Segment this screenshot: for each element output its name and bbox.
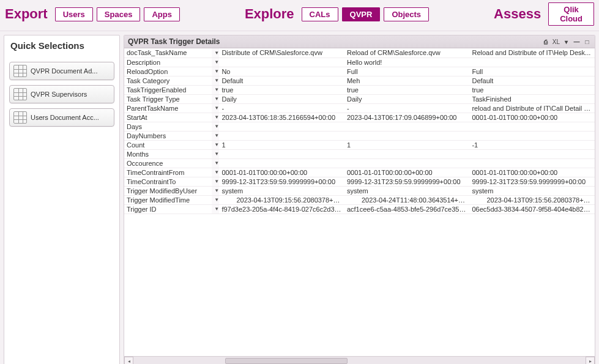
objects-button[interactable]: Objects [384, 7, 429, 21]
cell[interactable] [469, 158, 595, 168]
scroll-thumb[interactable] [225, 358, 348, 364]
cell[interactable]: 0001-01-01T00:00:00+00:00 [344, 168, 470, 177]
dropdown-icon[interactable]: ▾ [562, 38, 570, 46]
panel-title: QVPR Task Trigger Details [128, 37, 220, 46]
cell[interactable] [219, 58, 344, 67]
cell[interactable]: system [219, 186, 344, 195]
cell[interactable]: Distribute of CRM\Salesforce.qvw [219, 48, 344, 58]
cell[interactable] [219, 149, 344, 158]
cell[interactable] [469, 149, 595, 158]
cell[interactable]: 2023-04-13T09:15:56.2080378+00:00 [219, 195, 344, 204]
cell[interactable]: reload and Distribute of IT\Call Detail … [469, 103, 595, 113]
cell[interactable]: 0001-01-01T00:00:00+00:00 [469, 113, 595, 122]
cell[interactable]: 1 [344, 140, 470, 149]
cell[interactable]: Default [469, 76, 595, 85]
cell[interactable]: 0001-01-01T00:00:00+00:00 [219, 168, 344, 177]
row-dropdown-icon[interactable]: ▼ [212, 149, 219, 158]
row-label: TimeContraintTo [124, 177, 212, 186]
row-dropdown-icon[interactable]: ▼ [212, 94, 219, 103]
row-dropdown-icon[interactable]: ▼ [212, 204, 219, 214]
cell[interactable] [344, 149, 470, 158]
minimize-icon[interactable]: — [573, 38, 581, 46]
cell[interactable] [344, 131, 470, 140]
row-dropdown-icon[interactable]: ▼ [212, 131, 219, 140]
cell[interactable] [469, 58, 595, 67]
cell[interactable] [344, 122, 470, 131]
cell[interactable]: 2023-04-24T11:48:00.3643514+00:00 [344, 195, 470, 204]
apps-button[interactable]: Apps [144, 7, 180, 21]
cell[interactable]: 1 [219, 140, 344, 149]
topbar: Export Users Spaces Apps Explore CALs QV… [0, 0, 599, 31]
cell[interactable]: Full [344, 67, 470, 76]
cell[interactable]: acf1cee6-c5aa-4853-bfe5-296d7ce35cd6 [344, 204, 470, 214]
print-icon[interactable]: ⎙ [542, 38, 550, 46]
cell[interactable]: 06ec5dd3-3834-4507-9f58-404e4b8298fc [469, 204, 595, 214]
cell[interactable]: true [469, 85, 595, 94]
cell[interactable]: - [344, 103, 470, 113]
cell[interactable]: f97d3e23-205a-4f4c-8419-027c6c2d3cae [219, 204, 344, 214]
cell[interactable]: No [219, 67, 344, 76]
qlik-cloud-button[interactable]: Qlik Cloud [548, 2, 594, 26]
cell[interactable]: 9999-12-31T23:59:59.9999999+00:00 [344, 177, 470, 186]
row-dropdown-icon[interactable]: ▼ [212, 76, 219, 85]
cell[interactable]: Meh [344, 76, 470, 85]
cell[interactable]: Reload of CRM\Salesforce.qvw [344, 48, 470, 58]
cell[interactable]: 2023-04-13T06:17:09.046899+00:00 [344, 113, 470, 122]
cell[interactable]: true [219, 85, 344, 94]
row-dropdown-icon[interactable]: ▼ [212, 67, 219, 76]
cell[interactable]: -1 [469, 140, 595, 149]
cell[interactable]: 9999-12-31T23:59:59.9999999+00:00 [469, 177, 595, 186]
cell[interactable]: 2023-04-13T06:18:35.2166594+00:00 [219, 113, 344, 122]
qvpr-button[interactable]: QVPR [342, 7, 381, 21]
cell[interactable]: Default [219, 76, 344, 85]
row-dropdown-icon[interactable]: ▼ [212, 122, 219, 131]
users-button[interactable]: Users [55, 7, 93, 21]
row-dropdown-icon[interactable]: ▼ [212, 177, 219, 186]
row-dropdown-icon[interactable]: ▼ [212, 103, 219, 113]
cell[interactable] [469, 131, 595, 140]
content-panel: QVPR Task Trigger Details ⎙ XL ▾ — □ doc… [124, 35, 595, 364]
row-dropdown-icon[interactable]: ▼ [212, 186, 219, 195]
cell[interactable]: - [219, 103, 344, 113]
row-dropdown-icon[interactable]: ▼ [212, 195, 219, 204]
row-dropdown-icon[interactable]: ▼ [212, 48, 219, 58]
row-dropdown-icon[interactable]: ▼ [212, 158, 219, 168]
quick-selection-users-document-access[interactable]: Users Document Acc... [9, 108, 114, 127]
cell[interactable] [219, 131, 344, 140]
horizontal-scrollbar[interactable]: ◂ ▸ [124, 356, 595, 364]
cell[interactable]: TaskFinished [469, 94, 595, 103]
cals-button[interactable]: CALs [302, 7, 338, 21]
row-label: TimeContraintFrom [124, 168, 212, 177]
row-dropdown-icon[interactable]: ▼ [212, 58, 219, 67]
scroll-right-icon[interactable]: ▸ [586, 357, 595, 365]
cell[interactable]: system [469, 186, 595, 195]
cell[interactable] [469, 122, 595, 131]
maximize-icon[interactable]: □ [583, 38, 591, 46]
cell[interactable]: Daily [344, 94, 470, 103]
cell[interactable]: 9999-12-31T23:59:59.9999999+00:00 [219, 177, 344, 186]
cell[interactable] [219, 122, 344, 131]
cell[interactable]: 0001-01-01T00:00:00+00:00 [469, 168, 595, 177]
cell[interactable]: Full [469, 67, 595, 76]
grid-icon [13, 88, 27, 100]
cell[interactable]: true [344, 85, 470, 94]
cell[interactable]: Hello world! [344, 58, 470, 67]
table-row: Days▼ [124, 122, 595, 131]
cell[interactable]: Daily [219, 94, 344, 103]
row-dropdown-icon[interactable]: ▼ [212, 140, 219, 149]
quick-selection-qvpr-supervisors[interactable]: QVPR Supervisors [9, 85, 114, 103]
export-xl-button[interactable]: XL [552, 39, 560, 45]
row-label: docTask_TaskName [124, 48, 212, 58]
row-dropdown-icon[interactable]: ▼ [212, 168, 219, 177]
cell[interactable]: system [344, 186, 470, 195]
cell[interactable] [344, 158, 470, 168]
quick-selection-qvpr-document-admins[interactable]: QVPR Document Ad... [9, 62, 114, 80]
row-dropdown-icon[interactable]: ▼ [212, 85, 219, 94]
cell[interactable]: 2023-04-13T09:15:56.2080378+00:00 [469, 195, 595, 204]
cell[interactable]: Reload and Distribute of IT\Help Desk... [469, 48, 595, 58]
row-dropdown-icon[interactable]: ▼ [212, 113, 219, 122]
spaces-button[interactable]: Spaces [97, 7, 141, 21]
scroll-track[interactable] [133, 357, 586, 365]
scroll-left-icon[interactable]: ◂ [124, 357, 133, 365]
cell[interactable] [219, 158, 344, 168]
